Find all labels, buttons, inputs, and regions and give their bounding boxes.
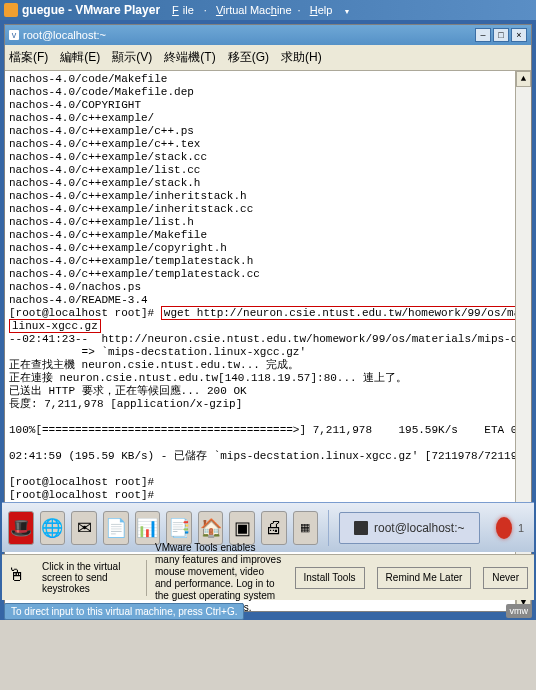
- term-menu-view[interactable]: 顯示(V): [112, 49, 152, 66]
- wget-command-cont: linux-xgcc.gz: [9, 319, 101, 333]
- vmware-icon: [4, 3, 18, 17]
- term-menu-help[interactable]: 求助(H): [281, 49, 322, 66]
- workspace-switcher[interactable]: ▦: [293, 511, 319, 545]
- click-hint: Click in the virtual screen to send keys…: [42, 561, 138, 594]
- vmware-title: guegue - VMware Player: [22, 3, 160, 17]
- task-terminal-label: root@localhost:~: [374, 521, 465, 535]
- taskbar-badge: 1: [518, 522, 528, 534]
- terminal-icon[interactable]: ▣: [229, 511, 255, 545]
- guest-desktop: v root@localhost:~ – □ × 檔案(F) 編輯(E) 顯示(…: [0, 20, 536, 620]
- term-menu-go[interactable]: 移至(G): [228, 49, 269, 66]
- chevron-down-icon[interactable]: ▼: [343, 8, 350, 15]
- divider: [328, 510, 329, 546]
- terminal-title-icon: v: [9, 30, 19, 40]
- vmware-info-bar: 🖱 Click in the virtual screen to send ke…: [2, 554, 534, 600]
- wget-command: wget http://neuron.csie.ntust.edu.tw/hom…: [161, 306, 531, 320]
- presentation-icon[interactable]: 📊: [135, 511, 161, 545]
- mail-icon[interactable]: ✉: [71, 511, 97, 545]
- remind-later-button[interactable]: Remind Me Later: [377, 567, 472, 589]
- close-button[interactable]: ×: [511, 28, 527, 42]
- prompt: [root@localhost root]#: [9, 307, 154, 319]
- menu-virtual-machine[interactable]: Virtual Machine: [216, 4, 292, 16]
- spreadsheet-icon[interactable]: 📑: [166, 511, 192, 545]
- separator: [146, 560, 147, 596]
- terminal-title: root@localhost:~: [23, 29, 106, 41]
- mouse-icon: 🖱: [8, 565, 34, 591]
- done-line: 02:41:59 (195.59 KB/s) - 已儲存 `mips-decst…: [9, 450, 531, 462]
- document-icon[interactable]: 📄: [103, 511, 129, 545]
- browser-icon[interactable]: 🌐: [40, 511, 66, 545]
- scroll-up-button[interactable]: ▲: [516, 71, 531, 87]
- redhat-icon[interactable]: 🎩: [8, 511, 34, 545]
- task-terminal[interactable]: root@localhost:~: [339, 512, 480, 544]
- menu-help[interactable]: Help: [310, 4, 333, 16]
- vmware-menu: File· Virtual Machine· Help ▼: [168, 4, 354, 16]
- terminal-menubar: 檔案(F) 編輯(E) 顯示(V) 終端機(T) 移至(G) 求助(H): [5, 45, 531, 71]
- never-button[interactable]: Never: [483, 567, 528, 589]
- update-notifier-icon[interactable]: [496, 517, 512, 539]
- hint-bar: To direct input to this virtual machine,…: [0, 602, 536, 620]
- term-menu-edit[interactable]: 編輯(E): [60, 49, 100, 66]
- minimize-button[interactable]: –: [475, 28, 491, 42]
- task-terminal-icon: [354, 521, 368, 535]
- install-tools-button[interactable]: Install Tools: [295, 567, 365, 589]
- brand-tag: vmw: [506, 604, 533, 618]
- print-icon[interactable]: 🖨: [261, 511, 287, 545]
- vmware-titlebar: guegue - VMware Player File· Virtual Mac…: [0, 0, 536, 20]
- term-menu-terminal[interactable]: 終端機(T): [164, 49, 215, 66]
- terminal-titlebar[interactable]: v root@localhost:~ – □ ×: [5, 25, 531, 45]
- term-menu-file[interactable]: 檔案(F): [9, 49, 48, 66]
- input-hint: To direct input to this virtual machine,…: [4, 603, 244, 620]
- home-icon[interactable]: 🏠: [198, 511, 224, 545]
- menu-file[interactable]: File: [172, 4, 198, 16]
- progress-bar: 100%[===================================…: [9, 424, 531, 436]
- maximize-button[interactable]: □: [493, 28, 509, 42]
